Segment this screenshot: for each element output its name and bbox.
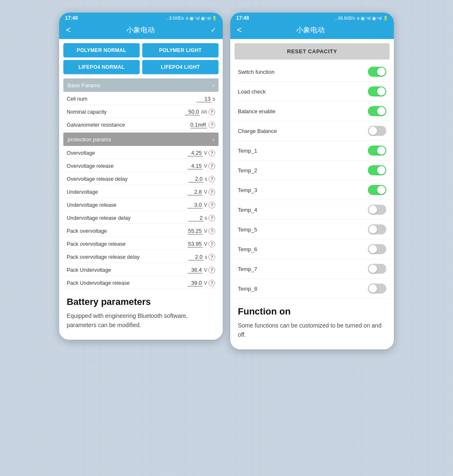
lifepo4-normal-button[interactable]: LIFEPO4 NORMAL: [63, 60, 140, 74]
pack-overvoltage-release-help[interactable]: ?: [208, 241, 215, 247]
temp4-toggle[interactable]: [368, 205, 386, 215]
param-row-pack-overvoltage-delay: Pack overvoltage release delay 2.0 s ?: [63, 250, 219, 263]
param-row-pack-undervoltage-release: Pack Undervoltage release 39.0 V ?: [63, 276, 219, 289]
switch-function-toggle[interactable]: [368, 67, 386, 77]
undervoltage-unit: V: [204, 189, 207, 195]
galv-help[interactable]: ?: [208, 122, 215, 128]
reset-capacity-button[interactable]: RESET CAPACITY: [234, 43, 390, 60]
undervoltage-release-unit: V: [204, 202, 207, 208]
undervoltage-val[interactable]: 2.8: [187, 189, 203, 195]
toggle-row-charge-balance: Charge Balance: [234, 121, 390, 141]
pack-overvoltage-release-val[interactable]: 53.95: [187, 241, 203, 247]
pack-overvoltage-delay-help[interactable]: ?: [208, 254, 215, 260]
overvoltage-release-value: 4.15 V ?: [187, 163, 215, 169]
pack-overvoltage-delay-value: 2.0 s ?: [188, 254, 215, 260]
temp3-toggle[interactable]: [368, 185, 386, 195]
time-right: 17:48: [236, 15, 249, 21]
left-caption: Battery parameters Equipped with enginee…: [63, 289, 219, 333]
temp1-toggle[interactable]: [368, 146, 386, 156]
toggle-row-temp5: Temp_5: [234, 220, 390, 239]
pack-undervoltage-release-val[interactable]: 39.0: [187, 280, 203, 286]
undervoltage-delay-help[interactable]: ?: [208, 215, 215, 221]
right-caption-text: Some functions can be customized to be t…: [238, 321, 386, 339]
pack-undervoltage-release-value: 39.0 V ?: [187, 280, 215, 286]
overvoltage-delay-val[interactable]: 2.0: [188, 176, 203, 182]
protection-params-header[interactable]: protection params ›: [63, 133, 219, 146]
balance-enable-toggle[interactable]: [368, 106, 386, 116]
temp8-toggle[interactable]: [368, 284, 386, 294]
pack-undervoltage-val[interactable]: 36.4: [187, 267, 203, 273]
undervoltage-delay-val[interactable]: 2: [188, 215, 203, 221]
galv-value: 0.1mR ?: [190, 122, 215, 128]
back-button-right[interactable]: <: [237, 25, 242, 35]
pack-overvoltage-val[interactable]: 55.25: [187, 228, 203, 234]
undervoltage-delay-value: 2 s ?: [188, 215, 215, 221]
time-left: 17:48: [65, 15, 78, 21]
undervoltage-release-val[interactable]: 3.0: [187, 202, 203, 208]
temp7-toggle[interactable]: [368, 264, 386, 274]
param-row-overvoltage-delay: Overvoltage release delay 2.0 s ?: [63, 172, 219, 185]
temp2-label: Temp_2: [238, 167, 257, 174]
undervoltage-label: Undervoltage: [67, 189, 98, 195]
param-row-overvoltage: Overvoltage 4.25 V ?: [63, 146, 219, 159]
pack-undervoltage-help[interactable]: ?: [208, 267, 215, 273]
status-bar-left: 17:48 ...8.6KB/s ※ ▣ ᵉal ▣ ᵉal 🔋: [59, 13, 223, 23]
cell-num-val[interactable]: 13: [196, 96, 211, 102]
toggle-row-balance-enable: Balance enable: [234, 101, 390, 121]
toggle-row-temp8: Temp_8: [234, 279, 390, 299]
overvoltage-delay-help[interactable]: ?: [208, 176, 215, 182]
undervoltage-release-label: Undervoltage release: [67, 202, 117, 208]
temp4-label: Temp_4: [238, 207, 257, 213]
nav-title-right: 小象电动: [296, 25, 325, 35]
left-caption-title: Battery parameters: [67, 297, 215, 307]
pack-undervoltage-label: Pack Undervoltage: [67, 267, 111, 273]
overvoltage-release-help[interactable]: ?: [208, 163, 215, 169]
temp6-toggle[interactable]: [368, 244, 386, 254]
temp5-toggle[interactable]: [368, 224, 386, 234]
back-button-left[interactable]: <: [66, 25, 71, 35]
toggle-row-temp1: Temp_1: [234, 141, 390, 161]
overvoltage-help[interactable]: ?: [208, 150, 215, 156]
param-row-nominal-cap: Nominal capacity 50.0 Ah ?: [63, 105, 219, 118]
pack-undervoltage-release-label: Pack Undervoltage release: [67, 280, 130, 286]
cell-num-label: Cell num: [67, 96, 87, 102]
load-check-label: Load check: [238, 88, 266, 95]
toggle-row-temp3: Temp_3: [234, 180, 390, 200]
status-bar-right: 17:48 ...66.6KB/s ※ ▣ ᵉal ▣ ᵉal 🔋: [230, 13, 394, 23]
cell-num-unit: s: [213, 96, 215, 102]
overvoltage-delay-unit: s: [205, 176, 207, 182]
temp1-label: Temp_1: [238, 148, 257, 154]
undervoltage-value: 2.8 V ?: [187, 189, 215, 195]
temp8-label: Temp_8: [238, 286, 257, 292]
undervoltage-release-help[interactable]: ?: [208, 202, 215, 208]
right-phone: 17:48 ...66.6KB/s ※ ▣ ᵉal ▣ ᵉal 🔋 < 小象电动…: [230, 13, 394, 349]
temp2-toggle[interactable]: [368, 165, 386, 175]
base-params-label: Base Params: [68, 82, 100, 88]
pack-overvoltage-help[interactable]: ?: [208, 228, 215, 234]
protection-params-chevron: ›: [212, 136, 214, 143]
undervoltage-help[interactable]: ?: [208, 189, 215, 195]
pack-overvoltage-delay-unit: s: [205, 254, 207, 260]
load-check-toggle[interactable]: [368, 86, 386, 96]
polymer-normal-button[interactable]: POLYMER NORMAL: [63, 43, 140, 57]
temp5-label: Temp_5: [238, 226, 257, 233]
checkmark-icon-left[interactable]: ✓: [211, 26, 216, 34]
overvoltage-val[interactable]: 4.25: [187, 150, 203, 156]
phones-container: 17:48 ...8.6KB/s ※ ▣ ᵉal ▣ ᵉal 🔋 < 小象电动 …: [59, 13, 394, 349]
pack-overvoltage-label: Pack overvoltage: [67, 228, 107, 234]
base-params-header[interactable]: Base Params ›: [63, 78, 219, 92]
pack-undervoltage-release-help[interactable]: ?: [208, 280, 215, 286]
switch-function-label: Switch function: [238, 69, 274, 75]
galv-val[interactable]: 0.1mR: [190, 122, 207, 128]
toggle-row-temp6: Temp_6: [234, 239, 390, 259]
lifepo4-light-button[interactable]: LIFEPO4 LIGHT: [142, 60, 219, 74]
charge-balance-toggle[interactable]: [368, 126, 386, 136]
nav-bar-right: < 小象电动: [230, 23, 394, 39]
nav-bar-left: < 小象电动 ✓: [59, 23, 223, 39]
nominal-cap-help[interactable]: ?: [208, 109, 215, 115]
overvoltage-release-val[interactable]: 4.15: [187, 163, 203, 169]
polymer-light-button[interactable]: POLYMER LIGHT: [142, 43, 219, 57]
overvoltage-release-unit: V: [204, 163, 207, 169]
nominal-cap-val[interactable]: 50.0: [185, 109, 200, 115]
pack-overvoltage-delay-val[interactable]: 2.0: [188, 254, 203, 260]
